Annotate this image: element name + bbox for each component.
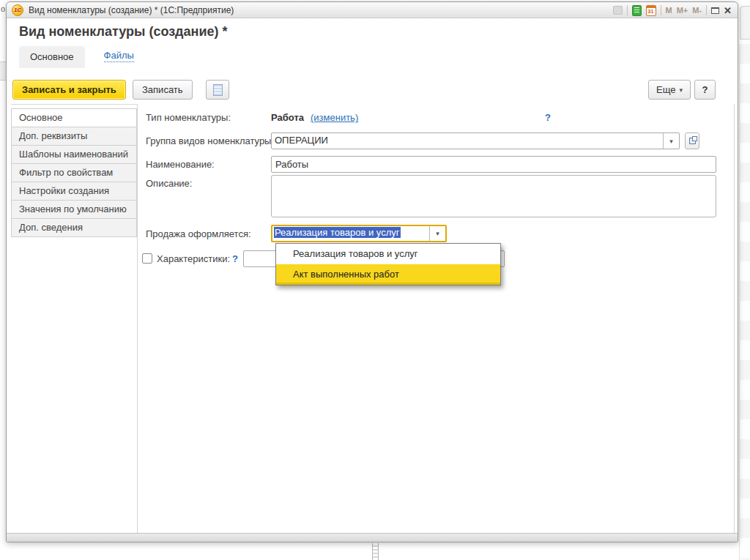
type-value: Работа bbox=[271, 112, 304, 123]
dialog-window: 1С Вид номенклатуры (создание) * (1С:Пре… bbox=[6, 1, 738, 542]
dropdown-item-realizaciya[interactable]: Реализация товаров и услуг bbox=[276, 244, 500, 264]
tab-files[interactable]: Файлы bbox=[104, 50, 134, 62]
memory-m-button[interactable]: M bbox=[666, 6, 672, 15]
background-column-splitter[interactable] bbox=[372, 543, 379, 560]
sale-selected-text: Реализация товаров и услуг bbox=[274, 227, 401, 238]
background-stray-text: о bbox=[1, 4, 5, 13]
type-label: Тип номенклатуры: bbox=[146, 112, 231, 123]
sidebar-item-dop-svedeniya[interactable]: Доп. сведения bbox=[11, 218, 137, 237]
type-help-link[interactable]: ? bbox=[545, 112, 551, 123]
characteristics-label: Характеристики: bbox=[157, 253, 230, 264]
close-button[interactable]: ✕ bbox=[724, 6, 732, 15]
sidebar-item-dop-rekvizity[interactable]: Доп. реквизиты bbox=[11, 127, 137, 146]
page-tabs: Основное Файлы bbox=[19, 46, 134, 68]
form-panel: Тип номенклатуры: Работа (изменить) ? Гр… bbox=[137, 104, 735, 534]
sale-dropdown-list: Реализация товаров и услуг Акт выполненн… bbox=[275, 243, 501, 285]
sidebar-item-filtr-po-svoystvam[interactable]: Фильтр по свойствам bbox=[11, 163, 137, 182]
description-label: Описание: bbox=[146, 178, 192, 189]
titlebar-separator bbox=[661, 5, 661, 15]
sale-label: Продажа оформляется: bbox=[146, 228, 251, 239]
titlebar[interactable]: 1С Вид номенклатуры (создание) * (1С:Пре… bbox=[7, 2, 738, 18]
chevron-down-icon: ▾ bbox=[679, 86, 683, 94]
characteristics-checkbox[interactable] bbox=[142, 253, 152, 264]
group-dropdown-button[interactable]: ▾ bbox=[663, 133, 679, 149]
type-change-link[interactable]: (изменить) bbox=[311, 112, 358, 123]
sidebar-item-osnovnoe[interactable]: Основное bbox=[11, 108, 137, 127]
sale-combo[interactable]: Реализация товаров и услуг ▾ bbox=[271, 225, 447, 242]
sidebar-item-shablony-naimenovaniy[interactable]: Шаблоны наименований bbox=[11, 145, 137, 164]
sale-dropdown-button[interactable]: ▾ bbox=[429, 226, 445, 241]
sidebar-item-nastroyki-sozdaniya[interactable]: Настройки создания bbox=[11, 182, 137, 201]
background-right-window-edge bbox=[740, 6, 750, 40]
memory-m-minus-button[interactable]: M- bbox=[692, 6, 702, 15]
sidebar-item-znacheniya-po-umolchaniyu[interactable]: Значения по умолчанию bbox=[11, 200, 137, 219]
more-button[interactable]: Еще ▾ bbox=[648, 80, 691, 100]
window-title: Вид номенклатуры (создание) * (1С:Предпр… bbox=[29, 5, 234, 15]
group-label: Группа видов номенклатуры: bbox=[146, 135, 274, 146]
help-button[interactable]: ? bbox=[694, 80, 716, 100]
name-input[interactable] bbox=[271, 156, 716, 173]
group-open-button[interactable] bbox=[685, 132, 699, 149]
name-label: Наименование: bbox=[146, 159, 215, 170]
window-bottom-frame bbox=[7, 533, 738, 542]
titlebar-separator bbox=[706, 5, 707, 15]
dropdown-item-akt[interactable]: Акт выполненных работ bbox=[276, 264, 500, 285]
memory-m-plus-button[interactable]: M+ bbox=[677, 6, 688, 15]
titlebar-icons: 31 M M+ M- ✕ bbox=[613, 2, 732, 18]
toolbar: Записать и закрыть Записать Еще ▾ ? bbox=[7, 78, 738, 103]
list-icon bbox=[213, 84, 223, 96]
sidebar: Основное Доп. реквизиты Шаблоны наименов… bbox=[11, 108, 137, 237]
more-button-label: Еще bbox=[656, 84, 675, 95]
maximize-button[interactable] bbox=[711, 7, 719, 14]
group-combo-value: ОПЕРАЦИИ bbox=[275, 135, 660, 146]
open-form-icon bbox=[689, 138, 696, 144]
1c-logo-icon: 1С bbox=[12, 4, 23, 16]
group-combo[interactable]: ОПЕРАЦИИ ▾ bbox=[271, 132, 680, 149]
list-button[interactable] bbox=[206, 80, 229, 100]
calculator-icon[interactable] bbox=[632, 5, 642, 16]
characteristics-help-link[interactable]: ? bbox=[232, 253, 238, 264]
background-table-rows bbox=[739, 44, 750, 560]
description-textarea[interactable] bbox=[271, 175, 716, 217]
save-disk-icon[interactable] bbox=[613, 6, 623, 15]
titlebar-separator bbox=[627, 5, 628, 15]
calendar-icon[interactable]: 31 bbox=[646, 5, 656, 16]
tab-osnovnoe[interactable]: Основное bbox=[19, 46, 85, 68]
sale-combo-value: Реализация товаров и услуг bbox=[274, 227, 426, 238]
save-button[interactable]: Записать bbox=[133, 80, 193, 100]
save-close-button[interactable]: Записать и закрыть bbox=[12, 80, 126, 100]
page-title: Вид номенклатуры (создание) * bbox=[19, 24, 228, 40]
